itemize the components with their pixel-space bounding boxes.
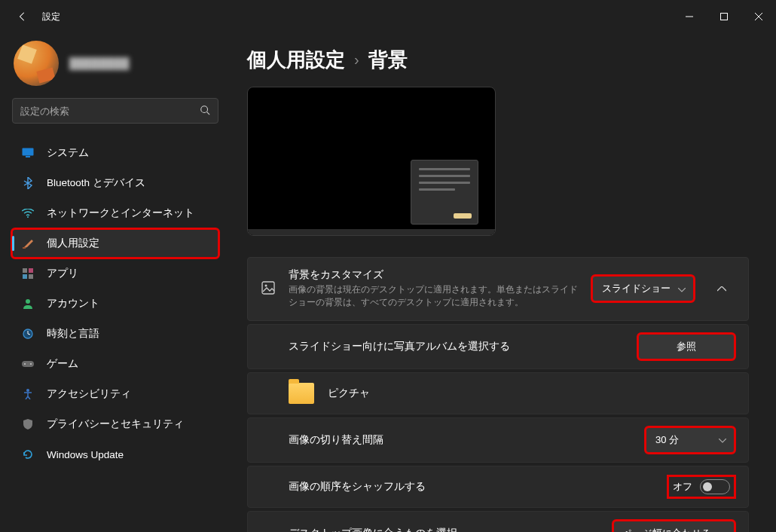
- svg-point-17: [26, 389, 29, 392]
- minimize-button[interactable]: [672, 0, 707, 33]
- sidebar-item-apps[interactable]: アプリ: [12, 259, 218, 288]
- window-title: 設定: [42, 11, 60, 23]
- chevron-down-icon: [719, 527, 726, 532]
- person-icon: [21, 297, 35, 310]
- sidebar-item-privacy[interactable]: プライバシーとセキュリティ: [12, 410, 218, 439]
- svg-line-3: [207, 112, 210, 115]
- folder-icon: [289, 383, 314, 404]
- svg-point-19: [265, 285, 267, 287]
- accessibility-icon: [21, 387, 35, 401]
- user-block[interactable]: ████████: [12, 38, 218, 89]
- dropdown-value: スライドショー: [602, 282, 671, 295]
- svg-rect-18: [262, 282, 274, 294]
- browse-button[interactable]: 参照: [638, 334, 735, 359]
- svg-rect-11: [29, 274, 33, 279]
- svg-rect-4: [23, 148, 34, 156]
- svg-rect-10: [23, 274, 27, 279]
- search-icon: [200, 105, 210, 118]
- svg-point-6: [27, 216, 29, 218]
- button-label: 参照: [677, 340, 696, 353]
- titlebar: 設定: [0, 0, 776, 33]
- sidebar-item-label: Windows Update: [47, 449, 124, 460]
- sidebar-item-label: ゲーム: [47, 357, 78, 371]
- paintbrush-icon: [21, 237, 35, 250]
- maximize-button[interactable]: [707, 0, 741, 33]
- main-panel: 個人用設定 › 背景 背景をカスタマイズ: [226, 33, 776, 532]
- row-selected-folder[interactable]: ピクチャ: [247, 372, 749, 414]
- sidebar-item-label: ネットワークとインターネット: [47, 206, 194, 220]
- row-title: デスクトップ画像に合うものを選択: [289, 527, 601, 533]
- expand-toggle[interactable]: [709, 276, 735, 301]
- sidebar-item-label: Bluetooth とデバイス: [47, 176, 145, 190]
- sidebar-item-update[interactable]: Windows Update: [12, 440, 218, 469]
- row-title: 画像の順序をシャッフルする: [289, 480, 656, 494]
- search-input[interactable]: [20, 105, 200, 117]
- username: ████████: [69, 57, 129, 69]
- toggle-state-label: オフ: [673, 480, 692, 494]
- row-shuffle: 画像の順序をシャッフルする オフ: [247, 466, 749, 508]
- wifi-icon: [21, 206, 35, 220]
- svg-rect-1: [721, 14, 728, 20]
- interval-dropdown[interactable]: 30 分: [646, 427, 735, 453]
- sidebar-item-personalization[interactable]: 個人用設定: [12, 229, 218, 258]
- dropdown-value: ページ幅に合わせる: [623, 527, 711, 533]
- shuffle-toggle[interactable]: [700, 479, 730, 494]
- sidebar-item-label: アクセシビリティ: [47, 387, 131, 401]
- apps-icon: [21, 267, 35, 280]
- sidebar-item-time-lang[interactable]: 時刻と言語: [12, 320, 218, 348]
- row-title: スライドショー向けに写真アルバムを選択する: [289, 340, 626, 353]
- sidebar-item-network[interactable]: ネットワークとインターネット: [12, 199, 218, 228]
- chevron-down-icon: [678, 283, 686, 295]
- bluetooth-icon: [21, 176, 35, 190]
- svg-rect-14: [22, 361, 34, 367]
- avatar: [14, 41, 59, 86]
- breadcrumb: 個人用設定 › 背景: [247, 47, 749, 73]
- monitor-icon: [21, 146, 35, 160]
- sidebar-item-label: プライバシーとセキュリティ: [47, 417, 184, 431]
- svg-rect-9: [29, 268, 33, 273]
- svg-point-12: [26, 299, 30, 304]
- breadcrumb-parent[interactable]: 個人用設定: [247, 47, 345, 73]
- back-button[interactable]: [14, 8, 32, 26]
- sidebar-item-label: アプリ: [47, 267, 78, 280]
- sidebar-item-label: アカウント: [47, 297, 99, 310]
- gamepad-icon: [21, 357, 35, 371]
- chevron-right-icon: ›: [354, 51, 359, 69]
- row-fit: デスクトップ画像に合うものを選択 ページ幅に合わせる: [247, 511, 749, 533]
- row-select-album: スライドショー向けに写真アルバムを選択する 参照: [247, 324, 749, 369]
- clock-globe-icon: [21, 327, 35, 341]
- svg-rect-7: [23, 247, 26, 249]
- sidebar-item-accounts[interactable]: アカウント: [12, 289, 218, 318]
- fit-dropdown[interactable]: ページ幅に合わせる: [613, 521, 735, 533]
- sidebar-item-label: システム: [47, 146, 89, 160]
- sidebar-item-label: 時刻と言語: [47, 327, 99, 341]
- sidebar-item-system[interactable]: システム: [12, 139, 218, 167]
- background-mode-dropdown[interactable]: スライドショー: [592, 276, 694, 301]
- sidebar-item-gaming[interactable]: ゲーム: [12, 350, 218, 378]
- desktop-preview: [247, 87, 496, 236]
- close-button[interactable]: [741, 0, 776, 33]
- dropdown-value: 30 分: [655, 433, 679, 447]
- sidebar-item-label: 個人用設定: [47, 237, 99, 250]
- row-title: 画像の切り替え間隔: [289, 433, 634, 447]
- svg-rect-5: [26, 156, 30, 157]
- svg-rect-8: [23, 268, 27, 273]
- folder-name: ピクチャ: [328, 387, 370, 400]
- svg-point-15: [24, 363, 26, 365]
- row-subtitle: 画像の背景は現在のデスクトップに適用されます。単色またはスライドショーの背景は、…: [289, 283, 580, 310]
- shuffle-toggle-group: オフ: [668, 476, 735, 497]
- sidebar-item-bluetooth[interactable]: Bluetooth とデバイス: [12, 169, 218, 197]
- sidebar: ████████ システム Bluetooth とデバイス: [0, 33, 226, 532]
- chevron-down-icon: [719, 434, 726, 445]
- search-box[interactable]: [12, 98, 218, 124]
- breadcrumb-current: 背景: [368, 47, 408, 73]
- svg-point-16: [30, 363, 32, 365]
- row-title: 背景をカスタマイズ: [289, 268, 580, 282]
- shield-icon: [21, 417, 35, 431]
- row-customize-background[interactable]: 背景をカスタマイズ 画像の背景は現在のデスクトップに適用されます。単色またはスラ…: [248, 258, 748, 320]
- row-interval: 画像の切り替え間隔 30 分: [247, 417, 749, 463]
- update-icon: [21, 448, 35, 461]
- sidebar-item-accessibility[interactable]: アクセシビリティ: [12, 380, 218, 408]
- svg-point-2: [201, 105, 208, 112]
- image-icon: [261, 281, 276, 296]
